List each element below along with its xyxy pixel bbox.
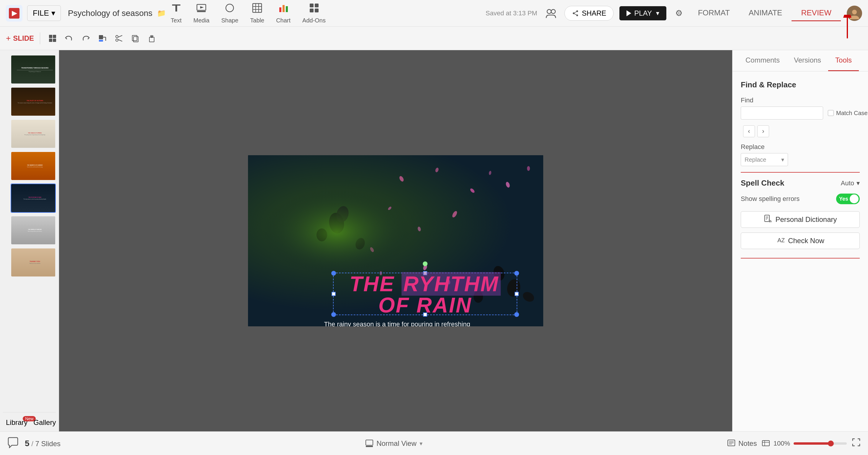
find-input[interactable] — [741, 106, 823, 120]
settings-icon[interactable]: ⚙ — [675, 8, 683, 18]
slide-thumb-img-2: THE RUST OF AUTUMN The autumn season bri… — [11, 88, 56, 116]
tab-versions[interactable]: Versions — [787, 50, 828, 71]
replace-chevron-icon: ▾ — [781, 156, 784, 163]
view-selector-button[interactable]: Normal View ▾ — [361, 437, 427, 450]
match-case-checkbox[interactable] — [828, 110, 834, 116]
svg-rect-6 — [253, 4, 261, 12]
main-title: THE RYHTHM OF RAIN — [334, 273, 517, 316]
toolbar-media[interactable]: Media — [193, 3, 209, 24]
library-button[interactable]: Library New — [6, 418, 27, 427]
slide-thumb-img-1: TRANSITIONING THROUGH SEASONS Psychology… — [11, 56, 56, 84]
slide-thumb-3[interactable]: 3 THE GRACE OF SPRING The spring season … — [11, 119, 56, 149]
svg-rect-4 — [197, 11, 206, 12]
slide-indicator: 5 / 7 Slides — [25, 439, 61, 448]
find-nav-arrows: ‹ › — [743, 125, 860, 137]
tab-tools[interactable]: Tools — [828, 50, 859, 71]
canvas-area[interactable]: THE RYHTHM OF RAIN The rainy season is a… — [59, 50, 732, 431]
slide-thumb-img-3: THE GRACE OF SPRING The spring season br… — [11, 120, 56, 148]
presentation-title[interactable]: Psychology of seasons — [68, 8, 152, 18]
zoom-thumb[interactable] — [828, 441, 834, 447]
slide-thumb-1[interactable]: 1 TRANSITIONING THROUGH SEASONS Psycholo… — [11, 55, 56, 84]
copy-icon[interactable] — [129, 32, 142, 45]
handle-rotate[interactable] — [423, 261, 428, 266]
fullscreen-icon[interactable] — [851, 437, 861, 449]
play-label: PLAY — [634, 9, 652, 18]
section-divider-2 — [741, 258, 860, 258]
play-button[interactable]: PLAY ▾ — [619, 6, 666, 20]
svg-line-31 — [118, 35, 122, 37]
paste-icon[interactable] — [145, 32, 158, 45]
svg-rect-67 — [366, 440, 373, 445]
find-label: Find — [741, 96, 860, 104]
text-label: Text — [170, 17, 182, 24]
tab-format[interactable]: FORMAT — [688, 5, 739, 21]
slide-thumb-7[interactable]: 7 THANK YOU Thank you for your attention — [11, 248, 56, 277]
spell-errors-row: Show spelling errors Yes — [741, 194, 860, 204]
svg-rect-37 — [150, 35, 153, 37]
tab-animate[interactable]: ANIMATE — [739, 5, 792, 21]
paint-format-icon[interactable] — [96, 32, 108, 45]
second-toolbar: + SLIDE — [0, 27, 868, 50]
slide-thumb-img-6: THE WINDS OF WINTER Winter brings stilln… — [11, 216, 56, 244]
zoom-slider[interactable] — [794, 442, 847, 445]
zoom-level: 100% — [774, 440, 790, 447]
chat-icon[interactable] — [7, 436, 19, 451]
svg-rect-21 — [49, 35, 52, 38]
right-panel-tabs: Comments Versions Tools — [733, 50, 868, 71]
text-box-container[interactable]: THE RYHTHM OF RAIN — [334, 273, 517, 315]
redo-icon[interactable] — [79, 32, 92, 45]
toggle-knob — [850, 194, 859, 203]
share-button[interactable]: SHARE — [564, 6, 614, 21]
slide-thumb-2[interactable]: 2 THE RUST OF AUTUMN The autumn season b… — [11, 87, 56, 116]
tab-review[interactable]: REVIEW — [792, 5, 841, 21]
tab-comments[interactable]: Comments — [738, 50, 787, 71]
play-chevron-icon: ▾ — [656, 9, 659, 17]
people-icon[interactable] — [543, 6, 559, 21]
spell-toggle[interactable]: Yes — [836, 194, 860, 204]
slide-current: 5 — [25, 439, 30, 448]
check-now-label: Check Now — [788, 237, 824, 245]
share-label: SHARE — [582, 9, 607, 18]
app-logo-icon[interactable]: ▶ — [9, 8, 20, 19]
slide-thumb-img-4: THE WARMTH OF SUMMER Summer fills us wit… — [11, 152, 56, 180]
title-highlight: RYHTHM — [402, 272, 501, 296]
divider — [40, 32, 40, 44]
check-now-button[interactable]: AZ Check Now — [741, 232, 860, 249]
file-label: FILE — [33, 8, 49, 18]
addons-label: Add-Ons — [302, 17, 326, 24]
shape-icon — [224, 3, 235, 16]
scissors-icon[interactable] — [112, 32, 125, 45]
toolbar-shape[interactable]: Shape — [221, 3, 238, 24]
play-icon — [626, 10, 631, 16]
find-next-button[interactable]: › — [757, 125, 769, 137]
svg-rect-33 — [133, 37, 138, 42]
notes-button[interactable]: Notes — [727, 440, 757, 448]
toolbar-text[interactable]: Text — [170, 3, 182, 24]
spell-auto-dropdown[interactable]: Auto ▾ — [841, 180, 860, 187]
svg-rect-35 — [149, 37, 154, 42]
format-tabs: FORMAT ANIMATE REVIEW — [688, 5, 841, 21]
personal-dictionary-button[interactable]: Personal Dictionary — [741, 211, 860, 228]
media-label: Media — [193, 17, 209, 24]
slide-thumb-4[interactable]: 4 THE WARMTH OF SUMMER Summer fills us w… — [11, 151, 56, 181]
slide-thumb-5[interactable]: 5 THE RYHTHM OF RAIN The rainy season is… — [11, 184, 56, 213]
file-menu-button[interactable]: FILE ▾ — [27, 5, 61, 21]
personal-dictionary-label: Personal Dictionary — [775, 216, 837, 224]
slide-thumb-img-5: THE RYHTHM OF RAIN The rainy season is a… — [11, 184, 56, 212]
svg-rect-17 — [315, 8, 318, 12]
match-case-container: Match Case — [828, 110, 868, 117]
presentation-folder-icon: 📁 — [157, 9, 166, 18]
zoom-section: 100% — [762, 440, 847, 448]
undo-icon[interactable] — [63, 32, 75, 45]
svg-point-20 — [852, 10, 857, 14]
slide-thumb-6[interactable]: 6 THE WINDS OF WINTER Winter brings stil… — [11, 216, 56, 245]
svg-point-18 — [547, 9, 551, 13]
replace-dropdown[interactable]: Replace ▾ — [741, 153, 788, 166]
gallery-button[interactable]: Gallery — [33, 418, 56, 427]
add-slide-button[interactable]: + SLIDE — [6, 34, 34, 43]
toolbar-addons[interactable]: Add-Ons — [302, 3, 326, 24]
toolbar-chart[interactable]: Chart — [276, 3, 290, 24]
find-prev-button[interactable]: ‹ — [743, 125, 755, 137]
toolbar-table[interactable]: Table — [250, 3, 264, 24]
grid-view-icon[interactable] — [46, 32, 59, 45]
